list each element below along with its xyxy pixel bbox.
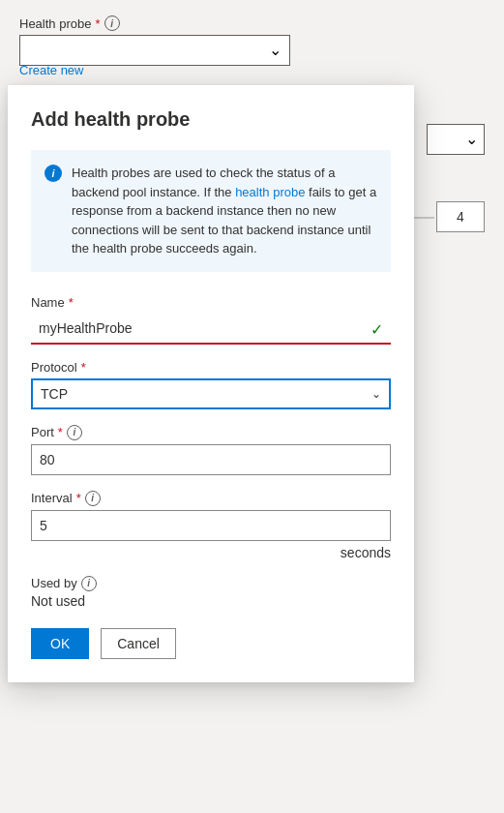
bg-dropdown-right[interactable] bbox=[427, 124, 485, 155]
info-box-text: Health probes are used to check the stat… bbox=[72, 164, 377, 258]
protocol-required-star: * bbox=[81, 360, 86, 375]
health-probe-label: Health probe * i bbox=[19, 15, 120, 31]
protocol-label: Protocol * bbox=[31, 360, 391, 375]
required-star: * bbox=[95, 16, 100, 31]
modal-title: Add health probe bbox=[31, 108, 391, 131]
info-box-icon: i bbox=[44, 165, 62, 258]
health-probe-dropdown-chevron bbox=[269, 43, 282, 58]
bg-input-right: 4 bbox=[436, 201, 485, 232]
seconds-label: seconds bbox=[341, 545, 391, 560]
interval-input[interactable] bbox=[31, 510, 391, 541]
name-input-wrapper: ✓ bbox=[31, 314, 391, 345]
bg-dropdown-right-chevron bbox=[465, 132, 478, 147]
name-field-group: Name * ✓ bbox=[31, 295, 391, 345]
cancel-button[interactable]: Cancel bbox=[101, 628, 176, 659]
used-by-label: Used by i bbox=[31, 576, 391, 591]
protocol-field-group: Protocol * ⌄ bbox=[31, 360, 391, 409]
health-probe-info-icon[interactable]: i bbox=[104, 15, 120, 31]
port-info-icon[interactable]: i bbox=[67, 425, 82, 440]
port-label: Port * i bbox=[31, 425, 391, 440]
ok-button[interactable]: OK bbox=[31, 628, 89, 659]
used-by-row: Used by i Not used bbox=[31, 576, 391, 609]
seconds-row: seconds bbox=[31, 545, 391, 560]
button-row: OK Cancel bbox=[31, 628, 391, 659]
port-field-group: Port * i bbox=[31, 425, 391, 475]
name-check-icon: ✓ bbox=[371, 319, 383, 338]
health-probe-dropdown[interactable] bbox=[19, 35, 290, 66]
create-new-link[interactable]: Create new bbox=[19, 63, 83, 77]
protocol-select[interactable] bbox=[31, 378, 391, 409]
used-by-info-icon[interactable]: i bbox=[81, 576, 97, 591]
interval-info-icon[interactable]: i bbox=[85, 491, 101, 506]
name-label: Name * bbox=[31, 295, 391, 310]
name-required-star: * bbox=[69, 295, 74, 310]
info-circle-icon: i bbox=[44, 165, 62, 182]
info-box: i Health probes are used to check the st… bbox=[31, 150, 391, 272]
port-input[interactable] bbox=[31, 444, 391, 475]
add-health-probe-modal: Add health probe i Health probes are use… bbox=[8, 85, 414, 682]
name-input[interactable] bbox=[31, 314, 391, 345]
interval-field-group: Interval * i seconds bbox=[31, 491, 391, 560]
port-required-star: * bbox=[58, 425, 63, 439]
not-used-text: Not used bbox=[31, 593, 391, 609]
interval-label: Interval * i bbox=[31, 491, 391, 506]
protocol-select-wrapper: ⌄ bbox=[31, 378, 391, 409]
interval-required-star: * bbox=[76, 491, 81, 505]
